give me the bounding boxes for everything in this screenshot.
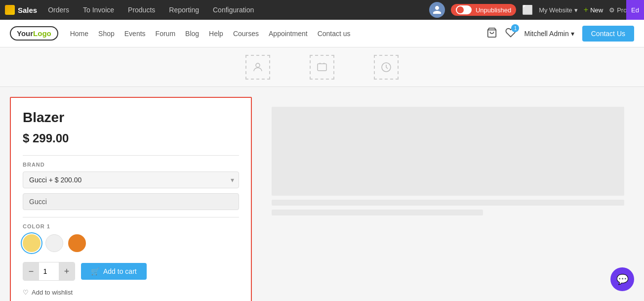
product-title: Blazer <box>23 110 239 126</box>
quantity-input[interactable] <box>39 262 59 280</box>
brand-select-wrap: Gucci + $ 200.00 ▾ <box>23 172 239 188</box>
svg-rect-2 <box>318 64 326 71</box>
nav-courses[interactable]: Courses <box>233 30 259 38</box>
gray-placeholder-2 <box>272 200 624 206</box>
placeholder-icon-2 <box>310 55 334 80</box>
nav-to-invoice[interactable]: To Invoice <box>80 4 117 16</box>
avatar[interactable] <box>429 2 445 18</box>
admin-bar-right: Unpublished ⬜ My Website ▾ + New ⚙ Produ… <box>429 2 639 18</box>
gear-icon: ⚙ <box>609 6 615 14</box>
product-card: Blazer $ 299.00 BRAND Gucci + $ 200.00 ▾… <box>10 97 252 301</box>
chat-icon: 💬 <box>616 273 629 285</box>
nav-home[interactable]: Home <box>70 30 88 38</box>
nav-configuration[interactable]: Configuration <box>210 4 257 16</box>
brand-select[interactable]: Gucci + $ 200.00 <box>23 172 239 188</box>
logo-wrap[interactable]: YourLogo <box>10 26 58 41</box>
nav-blog[interactable]: Blog <box>185 30 199 38</box>
nav-reporting[interactable]: Reporting <box>166 4 202 16</box>
heart-icon: ♡ <box>23 289 29 296</box>
publish-toggle[interactable]: Unpublished <box>451 4 516 16</box>
contact-us-button[interactable]: Contact Us <box>582 26 634 42</box>
quantity-increase-button[interactable]: + <box>59 262 75 280</box>
product-section: Blazer $ 299.00 BRAND Gucci + $ 200.00 ▾… <box>0 87 644 301</box>
username-label: Mitchell Admin <box>524 30 568 38</box>
admin-bar: Sales Orders To Invoice Products Reporti… <box>0 0 644 20</box>
plus-icon: + <box>584 5 588 14</box>
quantity-controls: − + <box>23 262 75 281</box>
quantity-decrease-button[interactable]: − <box>23 262 39 280</box>
gray-placeholder-1 <box>272 107 624 196</box>
site-logo: YourLogo <box>10 26 58 41</box>
chat-bubble-button[interactable]: 💬 <box>610 267 634 291</box>
nav-contact-us[interactable]: Contact us <box>318 30 351 38</box>
gray-placeholder-3 <box>272 210 483 215</box>
nav-help[interactable]: Help <box>209 30 223 38</box>
my-website-button[interactable]: My Website ▾ <box>539 6 578 14</box>
add-to-cart-button[interactable]: 🛒 Add to cart <box>81 263 147 280</box>
product-price: $ 299.00 <box>23 131 239 145</box>
brand-display: Gucci <box>23 193 239 210</box>
add-to-wishlist-link[interactable]: ♡ Add to wishlist <box>23 289 239 296</box>
user-dropdown[interactable]: Mitchell Admin ▾ <box>524 30 574 38</box>
nav-shop[interactable]: Shop <box>98 30 115 38</box>
svg-point-1 <box>256 63 260 67</box>
wishlist-badge: 1 <box>511 24 519 32</box>
right-panel <box>262 97 634 301</box>
image-placeholder-strip <box>0 47 644 87</box>
placeholder-icon-3 <box>374 55 399 80</box>
nav-products[interactable]: Products <box>125 4 158 16</box>
mobile-icon[interactable]: ⬜ <box>522 4 533 15</box>
color-swatch-yellow[interactable] <box>23 234 40 252</box>
cart-icon[interactable] <box>486 27 497 40</box>
brand-label: BRAND <box>23 162 239 168</box>
chevron-down-icon: ▾ <box>571 30 574 38</box>
cart-icon-small: 🛒 <box>91 267 99 275</box>
brand-logo[interactable]: Sales <box>5 5 37 15</box>
website-navbar: YourLogo Home Shop Events Forum Blog Hel… <box>0 20 644 47</box>
brand-label: Sales <box>18 6 37 14</box>
nav-events[interactable]: Events <box>124 30 146 38</box>
new-label: New <box>590 6 603 14</box>
toggle-knob <box>457 6 464 13</box>
color-label: COLOR 1 <box>23 223 239 229</box>
nav-orders[interactable]: Orders <box>45 4 72 16</box>
color-swatch-orange[interactable] <box>68 234 86 252</box>
toggle-switch <box>456 5 472 14</box>
divider-2 <box>23 217 239 217</box>
qty-cart-row: − + 🛒 Add to cart <box>23 262 239 281</box>
nav-appointment[interactable]: Appointment <box>269 30 308 38</box>
nav-right: 1 Mitchell Admin ▾ Contact Us <box>486 26 634 42</box>
toggle-label: Unpublished <box>476 6 511 14</box>
nav-forum[interactable]: Forum <box>156 30 175 38</box>
website-nav-links: Home Shop Events Forum Blog Help Courses… <box>70 30 487 38</box>
chevron-down-icon: ▾ <box>574 6 578 14</box>
edit-button[interactable]: Ed <box>626 0 644 20</box>
divider-1 <box>23 155 239 156</box>
placeholder-icon-1 <box>245 55 270 80</box>
wishlist-icon[interactable]: 1 <box>505 27 516 40</box>
my-website-label: My Website <box>539 6 572 14</box>
color-options <box>23 234 239 252</box>
color-swatch-white[interactable] <box>45 234 63 252</box>
brand-icon <box>5 5 15 15</box>
new-button[interactable]: + New <box>584 5 603 14</box>
